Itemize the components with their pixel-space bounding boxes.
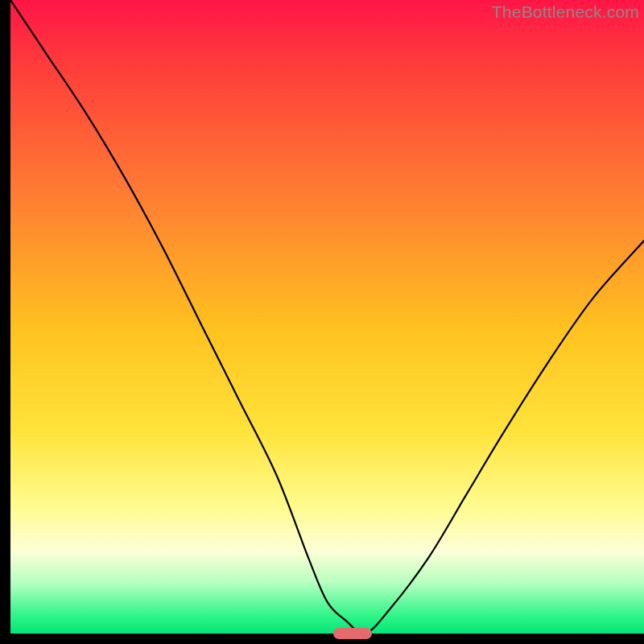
- minimum-marker: [333, 628, 372, 639]
- bottleneck-curve: [10, 0, 644, 634]
- chart-frame: TheBottleneck.com: [0, 0, 644, 644]
- plot-outer: [10, 0, 644, 634]
